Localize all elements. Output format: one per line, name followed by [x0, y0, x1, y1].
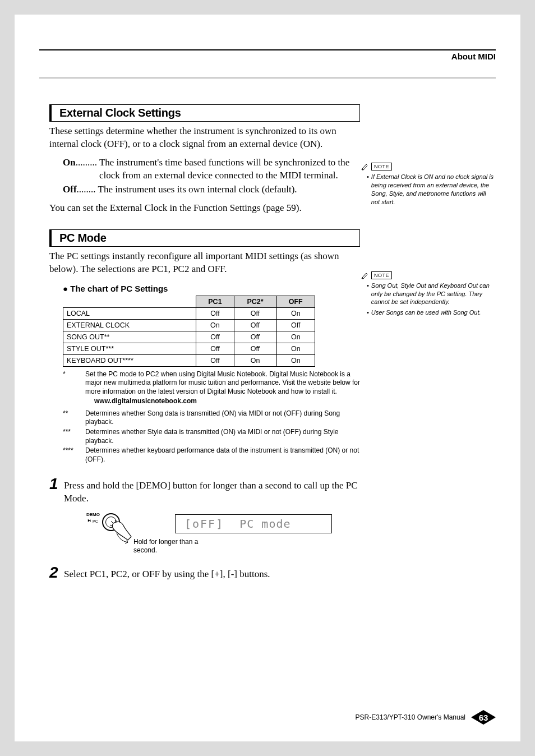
pc-settings-table: PC1 PC2* OFF LOCAL Off Off On EXTERNAL C… — [63, 296, 315, 367]
header-rule: About MIDI — [39, 49, 496, 61]
content-area: External Clock Settings These settings d… — [49, 104, 496, 708]
cell: On — [276, 354, 315, 366]
step-2-num: 2 — [49, 565, 64, 580]
ecs-outro: You can set the External Clock in the Fu… — [49, 202, 360, 215]
cell: Off — [234, 331, 276, 343]
step-1-num: 1 — [49, 476, 64, 492]
def-on-desc: The instrument's time based functions wi… — [97, 156, 360, 182]
def-off: Off........ The instrument uses its own … — [63, 183, 360, 196]
display-value: [oFF] — [185, 517, 224, 531]
def-on: On......... The instrument's time based … — [63, 156, 360, 182]
divider — [39, 77, 496, 79]
cell: On — [276, 343, 315, 354]
note-1-text: If External Clock is ON and no clock sig… — [371, 173, 496, 206]
pc-label: PC — [87, 519, 98, 523]
page-number-badge: 63 — [471, 710, 496, 725]
side-column: NOTE If External Clock is ON and no cloc… — [361, 104, 496, 319]
chart-title: The chart of PC Settings — [63, 284, 360, 293]
cell-label: KEYBOARD OUT**** — [63, 354, 196, 366]
footnote-3: *** Determines whether Style data is tra… — [63, 428, 360, 445]
note-1-item: If External Clock is ON and no clock sig… — [367, 173, 496, 206]
ecs-intro: These settings determine whether the ins… — [49, 125, 360, 151]
fn-mark: **** — [63, 446, 85, 464]
cell: On — [276, 307, 315, 319]
footnote-2: ** Determines whether Song data is trans… — [63, 409, 360, 427]
fn-text: Determines whether Style data is transmi… — [85, 428, 360, 445]
th-off: OFF — [276, 296, 315, 307]
demo-button-graphic: DEMO PC Hold for longer than a second. — [89, 512, 133, 546]
note-2a-text: Song Out, Style Out and Keyboard Out can… — [371, 282, 496, 307]
cell: On — [234, 354, 276, 366]
note-2b-text: User Songs can be used with Song Out. — [371, 308, 481, 317]
section-heading-pc-mode: PC Mode — [49, 229, 360, 247]
section-heading-external-clock: External Clock Settings — [49, 104, 360, 122]
pencil-note-icon — [361, 163, 369, 170]
note-head: NOTE — [361, 271, 496, 279]
th-pc1: PC1 — [196, 296, 234, 307]
page-number: 63 — [479, 713, 488, 722]
th-blank — [63, 296, 196, 307]
note-label: NOTE — [371, 163, 392, 170]
fn-mark: * — [63, 370, 85, 397]
pc-label-text: PC — [93, 519, 98, 523]
cell: On — [196, 319, 234, 331]
cell: Off — [234, 319, 276, 331]
table-row: LOCAL Off Off On — [63, 307, 315, 319]
cell: On — [276, 331, 315, 343]
manual-title: PSR-E313/YPT-310 Owner's Manual — [356, 713, 465, 721]
page-header-title: About MIDI — [451, 52, 496, 61]
def-off-term: Off — [63, 183, 77, 196]
step-2: 2 Select PC1, PC2, or OFF by using the [… — [49, 565, 360, 581]
note-1: NOTE If External Clock is ON and no cloc… — [361, 163, 496, 206]
display-mode: PC mode — [239, 517, 290, 531]
note-head: NOTE — [361, 163, 496, 170]
pencil-note-icon — [361, 271, 369, 279]
cell-label: EXTERNAL CLOCK — [63, 319, 196, 331]
footnote-1: * Set the PC mode to PC2 when using Digi… — [63, 370, 360, 397]
cell: Off — [276, 319, 315, 331]
table-row: KEYBOARD OUT**** Off On On — [63, 354, 315, 366]
cell: Off — [196, 343, 234, 354]
svg-rect-0 — [90, 520, 91, 522]
fn-text: Determines whether Song data is transmit… — [85, 409, 360, 427]
cell: Off — [196, 354, 234, 366]
def-off-desc: The instrument uses its own internal clo… — [96, 183, 297, 196]
def-on-dots: ......... — [76, 156, 97, 182]
press-hold-icon — [87, 519, 92, 523]
fn-text: Determines whether keyboard performance … — [85, 446, 360, 464]
def-off-dots: ........ — [77, 183, 96, 196]
main-column: External Clock Settings These settings d… — [49, 104, 360, 581]
fn-mark: *** — [63, 428, 85, 445]
cell-label: STYLE OUT*** — [63, 343, 196, 354]
note-2: NOTE Song Out, Style Out and Keyboard Ou… — [361, 271, 496, 317]
cell: Off — [196, 331, 234, 343]
pcmode-intro: The PC settings instantly reconfigure al… — [49, 250, 360, 276]
ecs-def-list: On......... The instrument's time based … — [63, 156, 360, 196]
cell-label: SONG OUT** — [63, 331, 196, 343]
note-2-item-a: Song Out, Style Out and Keyboard Out can… — [367, 282, 496, 307]
step-2-text: Select PC1, PC2, or OFF by using the [+]… — [64, 565, 270, 581]
footnote-4: **** Determines whether keyboard perform… — [63, 446, 360, 464]
cell-label: LOCAL — [63, 307, 196, 319]
demo-illustration: DEMO PC Hold for longer than a second. — [89, 512, 360, 546]
fn-mark: ** — [63, 409, 85, 427]
cell: Off — [196, 307, 234, 319]
page: About MIDI External Clock Settings These… — [15, 15, 520, 741]
cell: Off — [234, 307, 276, 319]
note-label: NOTE — [371, 271, 392, 279]
note-2-item-b: User Songs can be used with Song Out. — [367, 308, 496, 317]
lcd-display: [oFF] PC mode — [175, 514, 332, 533]
fn-text: Set the PC mode to PC2 when using Digita… — [85, 370, 360, 397]
step-1: 1 Press and hold the [DEMO] button for l… — [49, 476, 360, 505]
arrow-down-icon — [116, 532, 132, 546]
table-row: SONG OUT** Off Off On — [63, 331, 315, 343]
demo-label: DEMO — [86, 512, 100, 517]
page-footer: PSR-E313/YPT-310 Owner's Manual 63 — [356, 710, 496, 725]
table-row: STYLE OUT*** Off Off On — [63, 343, 315, 354]
footnotes: * Set the PC mode to PC2 when using Digi… — [63, 370, 360, 464]
step-1-text: Press and hold the [DEMO] button for lon… — [64, 476, 360, 505]
def-on-term: On — [63, 156, 76, 182]
footnote-url: www.digitalmusicnotebook.com — [94, 397, 360, 406]
hold-caption: Hold for longer than a second. — [133, 538, 212, 554]
th-pc2: PC2* — [234, 296, 276, 307]
